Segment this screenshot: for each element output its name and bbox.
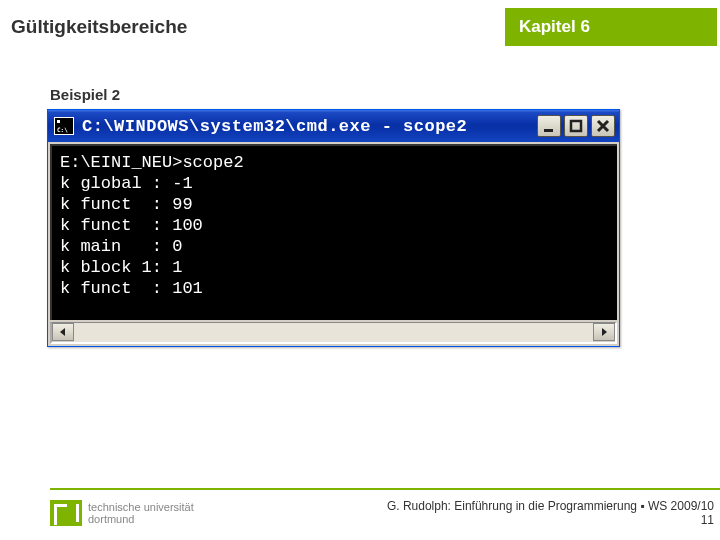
example-label: Beispiel 2 bbox=[50, 86, 120, 103]
tu-logo-icon bbox=[50, 500, 82, 526]
cmd-line: k block 1: 1 bbox=[60, 258, 182, 277]
cmd-line: k global : -1 bbox=[60, 174, 193, 193]
header-bar: Gültigkeitsbereiche Kapitel 6 bbox=[3, 8, 717, 46]
header-topic: Gültigkeitsbereiche bbox=[3, 8, 505, 46]
svg-rect-1 bbox=[571, 121, 581, 131]
page-number: 11 bbox=[387, 513, 714, 527]
window-controls bbox=[537, 115, 615, 137]
svg-rect-0 bbox=[544, 129, 553, 132]
scroll-left-button[interactable] bbox=[52, 323, 74, 341]
cmd-line: k funct : 99 bbox=[60, 195, 193, 214]
slide: Gültigkeitsbereiche Kapitel 6 Beispiel 2… bbox=[0, 0, 720, 540]
cmd-line: k funct : 101 bbox=[60, 279, 203, 298]
cmd-titlebar[interactable]: C:\ C:\WINDOWS\system32\cmd.exe - scope2 bbox=[48, 110, 619, 142]
maximize-button[interactable] bbox=[564, 115, 588, 137]
horizontal-scrollbar[interactable] bbox=[50, 322, 617, 344]
close-button[interactable] bbox=[591, 115, 615, 137]
cmd-icon: C:\ bbox=[54, 117, 74, 135]
credit-text: G. Rudolph: Einführung in die Programmie… bbox=[387, 499, 714, 513]
cmd-line: k funct : 100 bbox=[60, 216, 203, 235]
university-logo: technische universität dortmund bbox=[50, 500, 194, 526]
slide-credit: G. Rudolph: Einführung in die Programmie… bbox=[387, 499, 714, 527]
footer: technische universität dortmund G. Rudol… bbox=[50, 492, 714, 534]
cmd-output: E:\EINI_NEU>scope2 k global : -1 k funct… bbox=[50, 144, 617, 320]
minimize-button[interactable] bbox=[537, 115, 561, 137]
cmd-window-title: C:\WINDOWS\system32\cmd.exe - scope2 bbox=[82, 117, 537, 136]
cmd-line: k main : 0 bbox=[60, 237, 182, 256]
university-name: technische universität dortmund bbox=[88, 501, 194, 525]
scroll-track[interactable] bbox=[74, 323, 593, 342]
scroll-right-button[interactable] bbox=[593, 323, 615, 341]
cmd-line: E:\EINI_NEU>scope2 bbox=[60, 153, 244, 172]
footer-divider bbox=[50, 488, 720, 490]
header-chapter: Kapitel 6 bbox=[505, 8, 717, 46]
cmd-window: C:\ C:\WINDOWS\system32\cmd.exe - scope2… bbox=[47, 109, 620, 347]
